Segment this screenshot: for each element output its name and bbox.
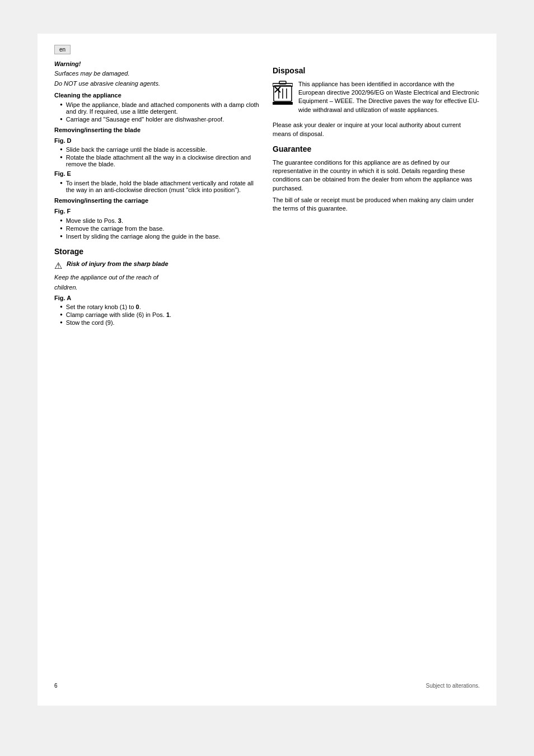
storage-warning-box: ⚠ Risk of injury from the sharp blade xyxy=(54,260,261,271)
list-item: Move slide to Pos. 3. xyxy=(54,217,261,224)
warning-line-1: Surfaces may be damaged. xyxy=(54,69,261,78)
list-item: Remove the carriage from the base. xyxy=(54,225,261,232)
disposal-title: Disposal xyxy=(273,66,480,77)
fig-a-item-1: Set the rotary knob (1) to 0. xyxy=(66,304,141,310)
disposal-section: Disposal xyxy=(273,66,480,138)
one-bold: 1 xyxy=(166,311,170,318)
cleaning-title: Cleaning the appliance xyxy=(54,91,261,100)
document: en Warning! Surfaces may be damaged. Do … xyxy=(38,34,496,706)
list-item: Carriage and "Sausage end" holder are di… xyxy=(54,116,261,123)
fig-f-item-3: Insert by sliding the carriage along the… xyxy=(66,233,221,240)
warning-triangle-icon: ⚠ xyxy=(54,260,62,271)
svg-rect-2 xyxy=(279,81,286,84)
list-item: Insert by sliding the carriage along the… xyxy=(54,233,261,240)
fig-f-list: Move slide to Pos. 3. Remove the carriag… xyxy=(54,217,261,240)
guarantee-section: Guarantee The guarantee conditions for t… xyxy=(273,144,480,213)
fig-e-label: Fig. E xyxy=(54,170,261,178)
removing-carriage-title: Removing/inserting the carriage xyxy=(54,197,261,205)
storage-warning-text: Risk of injury from the sharp blade xyxy=(67,260,168,267)
subject-to-alterations: Subject to alterations. xyxy=(426,683,480,689)
warning-title: Warning! xyxy=(54,60,261,68)
list-item: Wipe the appliance, blade and attached c… xyxy=(54,101,261,115)
right-column: Disposal xyxy=(273,60,480,328)
left-column: Warning! Surfaces may be damaged. Do NOT… xyxy=(54,60,261,328)
removing-blade-title: Removing/inserting the blade xyxy=(54,126,261,134)
fig-f-item-1: Move slide to Pos. 3. xyxy=(66,217,123,224)
lang-label: en xyxy=(59,46,65,53)
disposal-note: Please ask your dealer or inquire at you… xyxy=(273,121,480,138)
guarantee-para-1: The guarantee conditions for this applia… xyxy=(273,158,480,193)
fig-d-item-1: Slide back the carriage until the blade … xyxy=(66,146,207,153)
disposal-content: This appliance has been identified in ac… xyxy=(273,80,480,118)
storage-warning-sub-1: Keep the appliance out of the reach of xyxy=(54,273,261,282)
fig-d-list: Slide back the carriage until the blade … xyxy=(54,146,261,167)
fig-d-label: Fig. D xyxy=(54,137,261,145)
fig-f-label: Fig. F xyxy=(54,207,261,216)
weee-icon xyxy=(273,80,293,105)
zero-bold: 0 xyxy=(136,304,139,310)
fig-d-item-2: Rotate the blade attachment all the way … xyxy=(66,154,261,167)
storage-title: Storage xyxy=(54,246,261,258)
fig-a-list: Set the rotary knob (1) to 0. Clamp carr… xyxy=(54,304,261,326)
list-item: Slide back the carriage until the blade … xyxy=(54,146,261,153)
disposal-text: This appliance has been identified in ac… xyxy=(298,80,480,115)
storage-section: Storage ⚠ Risk of injury from the sharp … xyxy=(54,246,261,326)
cleaning-list: Wipe the appliance, blade and attached c… xyxy=(54,101,261,123)
storage-warning-sub-2: children. xyxy=(54,283,261,292)
svg-rect-8 xyxy=(273,102,293,105)
list-item: Stow the cord (9). xyxy=(54,319,261,326)
fig-a-item-2: Clamp carriage with slide (6) in Pos. 1. xyxy=(66,311,171,318)
cleaning-item-2: Carriage and "Sausage end" holder are di… xyxy=(66,116,224,123)
list-item: Clamp carriage with slide (6) in Pos. 1. xyxy=(54,311,261,318)
cleaning-item-1: Wipe the appliance, blade and attached c… xyxy=(66,101,261,115)
page-number: 6 xyxy=(54,683,58,689)
lang-bar: en xyxy=(54,45,71,54)
guarantee-para-2: The bill of sale or receipt must be prod… xyxy=(273,196,480,213)
fig-f-item-2: Remove the carriage from the base. xyxy=(66,225,164,232)
fig-e-list: To insert the blade, hold the blade atta… xyxy=(54,180,261,193)
list-item: To insert the blade, hold the blade atta… xyxy=(54,180,261,193)
page: en Warning! Surfaces may be damaged. Do … xyxy=(0,0,534,756)
warning-line-2: Do NOT use abrasive cleaning agents. xyxy=(54,80,261,88)
list-item: Rotate the blade attachment all the way … xyxy=(54,154,261,167)
fig-a-label: Fig. A xyxy=(54,294,261,302)
fig-e-item-1: To insert the blade, hold the blade atta… xyxy=(66,180,261,193)
two-column-layout: Warning! Surfaces may be damaged. Do NOT… xyxy=(54,60,480,328)
list-item: Set the rotary knob (1) to 0. xyxy=(54,304,261,310)
pos-3-bold: 3 xyxy=(118,217,121,224)
fig-a-item-3: Stow the cord (9). xyxy=(66,319,115,326)
guarantee-title: Guarantee xyxy=(273,144,480,155)
